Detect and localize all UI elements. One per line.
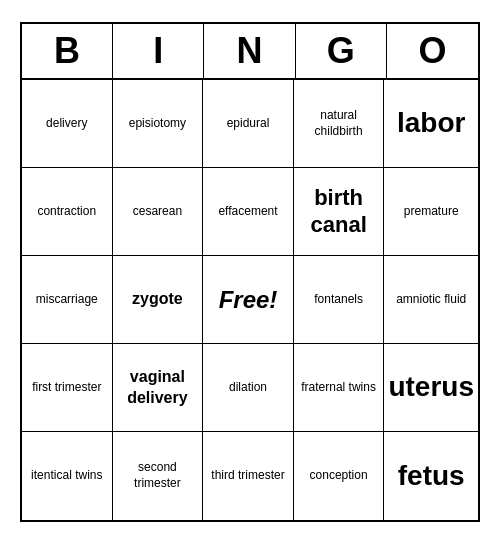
bingo-cell-0: delivery	[22, 80, 113, 168]
bingo-cell-15: first trimester	[22, 344, 113, 432]
bingo-card: BINGO deliveryepisiotomyepiduralnatural …	[20, 22, 480, 522]
header-letter-b: B	[22, 24, 113, 78]
cell-text-24: fetus	[398, 458, 465, 494]
bingo-cell-19: uterus	[384, 344, 478, 432]
cell-text-18: fraternal twins	[301, 380, 376, 396]
cell-text-1: episiotomy	[129, 116, 186, 132]
header-letter-i: I	[113, 24, 204, 78]
cell-text-19: uterus	[388, 369, 474, 405]
cell-text-8: birth canal	[298, 185, 380, 238]
bingo-cell-12: Free!	[203, 256, 294, 344]
cell-text-10: miscarriage	[36, 292, 98, 308]
cell-text-16: vaginal delivery	[117, 367, 199, 409]
cell-text-2: epidural	[227, 116, 270, 132]
bingo-cell-21: second trimester	[113, 432, 204, 520]
bingo-cell-6: cesarean	[113, 168, 204, 256]
bingo-cell-22: third trimester	[203, 432, 294, 520]
bingo-cell-16: vaginal delivery	[113, 344, 204, 432]
bingo-cell-9: premature	[384, 168, 478, 256]
bingo-cell-4: labor	[384, 80, 478, 168]
bingo-cell-13: fontanels	[294, 256, 385, 344]
cell-text-9: premature	[404, 204, 459, 220]
header-letter-g: G	[296, 24, 387, 78]
cell-text-7: effacement	[218, 204, 277, 220]
cell-text-5: contraction	[37, 204, 96, 220]
header-letter-o: O	[387, 24, 478, 78]
cell-text-0: delivery	[46, 116, 87, 132]
cell-text-14: amniotic fluid	[396, 292, 466, 308]
bingo-cell-23: conception	[294, 432, 385, 520]
cell-text-3: natural childbirth	[298, 108, 380, 139]
cell-text-11: zygote	[132, 289, 183, 310]
bingo-cell-14: amniotic fluid	[384, 256, 478, 344]
bingo-cell-2: epidural	[203, 80, 294, 168]
cell-text-21: second trimester	[117, 460, 199, 491]
cell-text-4: labor	[397, 105, 465, 141]
bingo-grid: deliveryepisiotomyepiduralnatural childb…	[22, 80, 478, 520]
bingo-header: BINGO	[22, 24, 478, 80]
cell-text-23: conception	[310, 468, 368, 484]
bingo-cell-17: dilation	[203, 344, 294, 432]
cell-text-15: first trimester	[32, 380, 101, 396]
bingo-cell-7: effacement	[203, 168, 294, 256]
bingo-cell-5: contraction	[22, 168, 113, 256]
bingo-cell-1: episiotomy	[113, 80, 204, 168]
bingo-cell-3: natural childbirth	[294, 80, 385, 168]
bingo-cell-24: fetus	[384, 432, 478, 520]
header-letter-n: N	[204, 24, 295, 78]
cell-text-20: itentical twins	[31, 468, 102, 484]
cell-text-12: Free!	[219, 284, 278, 315]
bingo-cell-8: birth canal	[294, 168, 385, 256]
bingo-cell-11: zygote	[113, 256, 204, 344]
cell-text-6: cesarean	[133, 204, 182, 220]
cell-text-17: dilation	[229, 380, 267, 396]
bingo-cell-20: itentical twins	[22, 432, 113, 520]
bingo-cell-10: miscarriage	[22, 256, 113, 344]
bingo-cell-18: fraternal twins	[294, 344, 385, 432]
cell-text-13: fontanels	[314, 292, 363, 308]
cell-text-22: third trimester	[211, 468, 284, 484]
